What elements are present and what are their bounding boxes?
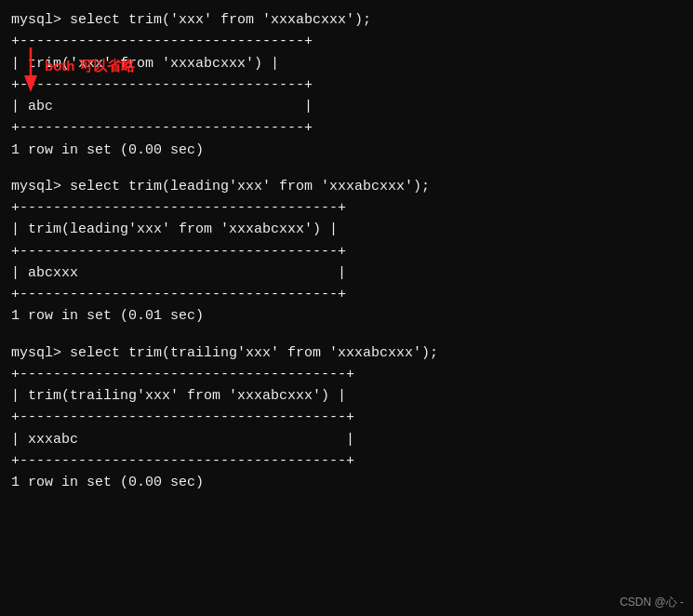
annotation-text: both 可以省略: [45, 55, 135, 76]
border2-mid: +--------------------------------------+: [11, 241, 682, 262]
command1: mysql> select trim('xxx' from 'xxxabcxxx…: [11, 9, 682, 31]
border2-bot: +--------------------------------------+: [11, 284, 682, 305]
block1: mysql> select trim('xxx' from 'xxxabcxxx…: [11, 9, 682, 161]
border3-bot: +---------------------------------------…: [11, 450, 682, 472]
border2-top: +--------------------------------------+: [11, 197, 682, 219]
watermark: CSDN @心 -: [620, 595, 684, 610]
result3: | xxxabc |: [11, 429, 682, 450]
svg-marker-1: [24, 75, 37, 92]
block2: mysql> select trim(leading'xxx' from 'xx…: [11, 176, 682, 328]
border3-mid: +---------------------------------------…: [11, 407, 682, 428]
rowcount2: 1 row in set (0.01 sec): [11, 305, 682, 327]
rowcount3: 1 row in set (0.00 sec): [11, 472, 682, 493]
command2: mysql> select trim(leading'xxx' from 'xx…: [11, 176, 682, 197]
result2: | abcxxx |: [11, 262, 682, 284]
command3: mysql> select trim(trailing'xxx' from 'x…: [11, 342, 682, 364]
result1: | abc |: [11, 96, 313, 117]
block3: mysql> select trim(trailing'xxx' from 'x…: [11, 342, 682, 494]
border3-top: +---------------------------------------…: [11, 364, 682, 385]
rowcount1: 1 row in set (0.00 sec): [11, 140, 682, 161]
header2: | trim(leading'xxx' from 'xxxabcxxx') |: [11, 219, 682, 240]
border1-bot: +----------------------------------+: [11, 117, 682, 139]
arrow-icon: [20, 47, 41, 92]
header3: | trim(trailing'xxx' from 'xxxabcxxx') |: [11, 385, 682, 407]
